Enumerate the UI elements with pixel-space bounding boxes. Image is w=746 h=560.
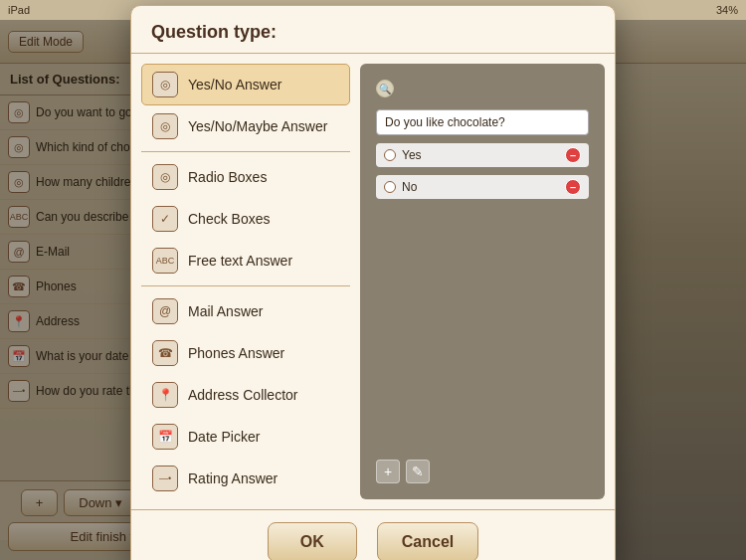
yes-no-maybe-label: Yes/No/Maybe Answer bbox=[188, 118, 327, 134]
preview-question: Do you like chocolate? bbox=[376, 109, 589, 135]
preview-edit-button[interactable]: ✎ bbox=[406, 460, 430, 483]
type-item-mail[interactable]: @ Mail Answer bbox=[141, 290, 350, 332]
preview-radio-yes bbox=[384, 149, 396, 161]
phones-icon: ☎ bbox=[152, 340, 178, 366]
address-icon: 📍 bbox=[152, 382, 178, 408]
mail-label: Mail Answer bbox=[188, 303, 263, 319]
radio-label: Radio Boxes bbox=[188, 169, 267, 185]
preview-controls: + ✎ bbox=[376, 460, 589, 483]
freetext-icon: ABC bbox=[152, 248, 178, 274]
yes-no-maybe-icon: ◎ bbox=[152, 113, 178, 139]
status-left: iPad bbox=[8, 4, 30, 16]
type-item-checkbox[interactable]: ✓ Check Boxes bbox=[141, 198, 350, 240]
status-right: 34% bbox=[716, 4, 738, 16]
question-type-modal: Question type: ◎ Yes/No Answer ◎ Yes/No/… bbox=[130, 5, 616, 560]
modal-overlay: Question type: ◎ Yes/No Answer ◎ Yes/No/… bbox=[0, 20, 746, 560]
modal-title: Question type: bbox=[151, 22, 277, 42]
cancel-button[interactable]: Cancel bbox=[377, 522, 478, 560]
preview-add-button[interactable]: + bbox=[376, 460, 400, 483]
modal-body: ◎ Yes/No Answer ◎ Yes/No/Maybe Answer ◎ … bbox=[131, 54, 615, 509]
type-item-date[interactable]: 📅 Date Picker bbox=[141, 416, 350, 458]
type-item-freetext[interactable]: ABC Free text Answer bbox=[141, 240, 350, 281]
checkbox-icon: ✓ bbox=[152, 206, 178, 232]
type-item-address[interactable]: 📍 Address Collector bbox=[141, 374, 350, 416]
type-separator-2 bbox=[141, 285, 350, 286]
type-separator-1 bbox=[141, 151, 350, 152]
type-item-phones[interactable]: ☎ Phones Answer bbox=[141, 332, 350, 374]
type-item-rating[interactable]: —• Rating Answer bbox=[141, 458, 350, 499]
address-label: Address Collector bbox=[188, 387, 298, 403]
preview-area: 🔍 Do you like chocolate? Yes – No – + ✎ bbox=[360, 64, 605, 499]
preview-delete-yes[interactable]: – bbox=[565, 147, 581, 163]
rating-label: Rating Answer bbox=[188, 470, 278, 486]
modal-footer: OK Cancel bbox=[131, 509, 615, 560]
preview-yes-label: Yes bbox=[402, 148, 422, 162]
mail-icon: @ bbox=[152, 298, 178, 324]
type-item-yes-no[interactable]: ◎ Yes/No Answer bbox=[141, 64, 350, 105]
phones-label: Phones Answer bbox=[188, 345, 284, 361]
question-types-list: ◎ Yes/No Answer ◎ Yes/No/Maybe Answer ◎ … bbox=[141, 64, 350, 499]
date-label: Date Picker bbox=[188, 429, 260, 445]
modal-header: Question type: bbox=[131, 6, 615, 54]
rating-icon: —• bbox=[152, 466, 178, 491]
yes-no-icon: ◎ bbox=[152, 72, 178, 97]
preview-delete-no[interactable]: – bbox=[565, 179, 581, 195]
checkbox-label: Check Boxes bbox=[188, 211, 270, 227]
preview-search-icon: 🔍 bbox=[376, 80, 394, 97]
preview-option-no: No – bbox=[376, 175, 589, 199]
radio-icon: ◎ bbox=[152, 164, 178, 190]
preview-no-label: No bbox=[402, 180, 417, 194]
preview-radio-no bbox=[384, 181, 396, 193]
date-icon: 📅 bbox=[152, 424, 178, 450]
type-item-radio[interactable]: ◎ Radio Boxes bbox=[141, 156, 350, 198]
type-item-yes-no-maybe[interactable]: ◎ Yes/No/Maybe Answer bbox=[141, 105, 350, 147]
freetext-label: Free text Answer bbox=[188, 253, 292, 269]
ok-button[interactable]: OK bbox=[268, 522, 357, 560]
yes-no-label: Yes/No Answer bbox=[188, 77, 281, 93]
preview-option-yes: Yes – bbox=[376, 143, 589, 167]
